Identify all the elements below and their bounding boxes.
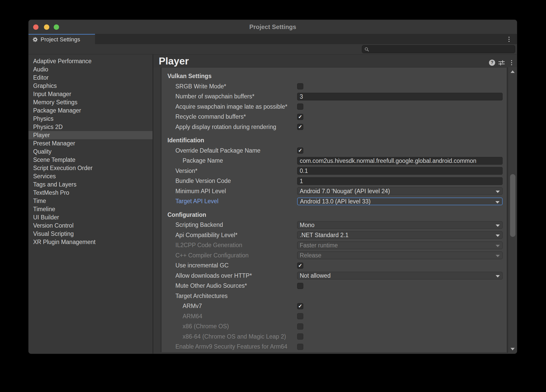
screen: Project Settings Pro (0, 0, 546, 392)
setting-row: Mute Other Audio Sources* (162, 281, 506, 291)
checkbox-checked[interactable]: ✓ (297, 303, 303, 309)
sidebar-item-memory-settings[interactable]: Memory Settings (29, 98, 153, 106)
checkbox-checked[interactable]: ✓ (297, 124, 303, 130)
scrollbar[interactable] (507, 67, 517, 353)
setting-label: SRGB Write Mode* (175, 83, 226, 90)
checkbox[interactable] (297, 283, 303, 289)
sidebar-item-tags-and-layers[interactable]: Tags and Layers (29, 180, 153, 189)
dropdown-value: Mono (300, 222, 315, 228)
setting-row: x86-64 (Chrome OS and Magic Leap 2) (162, 332, 506, 342)
sidebar-item-quality[interactable]: Quality (29, 147, 153, 156)
sidebar-item-textmesh-pro[interactable]: TextMesh Pro (29, 189, 153, 197)
dropdown[interactable]: Android 7.0 'Nougat' (API level 24) (297, 187, 503, 195)
dropdown[interactable]: Android 13.0 (API level 33) (297, 198, 503, 205)
setting-label: Package Name (183, 157, 223, 164)
settings-scrollview: Vulkan SettingsSRGB Write Mode*Number of… (161, 67, 506, 352)
sidebar-item-package-manager[interactable]: Package Manager (29, 106, 153, 115)
dropdown: Faster runtime (297, 241, 503, 249)
sidebar-item-scene-template[interactable]: Scene Template (29, 156, 153, 164)
setting-row: ARMv7✓ (162, 301, 506, 311)
dropdown[interactable]: Not allowed (297, 272, 503, 279)
checkbox[interactable] (297, 104, 303, 110)
titlebar: Project Settings (29, 20, 517, 34)
sidebar-item-player[interactable]: Player (29, 131, 153, 139)
sidebar-item-services[interactable]: Services (29, 172, 153, 180)
panel-menu-icon[interactable] (509, 59, 514, 66)
checkbox-checked[interactable]: ✓ (297, 114, 303, 120)
setting-row: IL2CPP Code GenerationFaster runtime (162, 240, 506, 250)
section-header: Identification (162, 135, 506, 146)
text-field[interactable]: 3 (297, 93, 503, 100)
settings-panel: Player ? Vulkan (153, 54, 517, 354)
sidebar-item-script-execution-order[interactable]: Script Execution Order (29, 164, 153, 172)
sidebar-item-preset-manager[interactable]: Preset Manager (29, 139, 153, 147)
sidebar-item-timeline[interactable]: Timeline (29, 205, 153, 213)
preset-sliders-icon[interactable] (498, 60, 505, 66)
sidebar-item-visual-scripting[interactable]: Visual Scripting (29, 230, 153, 238)
dropdown-value: Not allowed (300, 272, 331, 279)
checkbox-checked[interactable]: ✓ (297, 263, 303, 269)
sidebar-item-audio[interactable]: Audio (29, 65, 153, 73)
setting-label: Version* (175, 167, 197, 174)
setting-label: ARMv7 (183, 303, 202, 310)
help-icon[interactable]: ? (489, 60, 495, 66)
window-menu-icon[interactable] (506, 36, 512, 43)
setting-row: Bundle Version Code1 (162, 176, 506, 186)
toolbar (29, 44, 517, 54)
checkbox (297, 313, 303, 319)
setting-row: Target API LevelAndroid 13.0 (API level … (162, 196, 506, 207)
dropdown-value: .NET Standard 2.1 (300, 232, 349, 238)
sidebar-item-time[interactable]: Time (29, 197, 153, 205)
search-input[interactable] (362, 45, 515, 53)
setting-label: Minimum API Level (175, 188, 226, 195)
setting-label: Scripting Backend (175, 221, 223, 228)
setting-row: SRGB Write Mode* (162, 81, 506, 92)
scroll-up-icon[interactable] (511, 70, 515, 73)
dropdown[interactable]: Mono (297, 221, 503, 229)
sidebar-item-editor[interactable]: Editor (29, 73, 153, 82)
dropdown: Release (297, 251, 503, 259)
setting-row: Override Default Package Name✓ (162, 146, 506, 156)
sidebar-item-input-manager[interactable]: Input Manager (29, 90, 153, 98)
text-field[interactable]: 0.1 (297, 167, 503, 175)
sidebar-item-xr-plugin-management[interactable]: XR Plugin Management (29, 238, 153, 246)
sidebar-item-physics[interactable]: Physics (29, 115, 153, 123)
section-title: Identification (167, 137, 204, 144)
setting-row: Allow downloads over HTTP*Not allowed (162, 271, 506, 281)
checkbox[interactable] (297, 83, 303, 89)
setting-row: Minimum API LevelAndroid 7.0 'Nougat' (A… (162, 186, 506, 197)
setting-row: C++ Compiler ConfigurationRelease (162, 250, 506, 261)
dropdown-value: Release (300, 252, 321, 259)
sidebar-item-graphics[interactable]: Graphics (29, 82, 153, 90)
section-header: Configuration (162, 210, 506, 220)
chevron-down-icon (496, 255, 500, 257)
checkbox (297, 333, 303, 340)
setting-row: ARM64 (162, 311, 506, 322)
panel-header: Player ? (153, 54, 517, 67)
setting-label: Enable Armv9 Security Features for Arm64 (175, 343, 287, 350)
setting-row: Scripting BackendMono (162, 220, 506, 230)
setting-label: Api Compatibility Level* (175, 232, 238, 239)
setting-row: Version*0.1 (162, 166, 506, 176)
checkbox (297, 344, 303, 350)
sidebar-item-adaptive-performance[interactable]: Adaptive Performance (29, 57, 153, 65)
text-field[interactable]: 1 (297, 177, 503, 185)
scrollbar-thumb[interactable] (510, 174, 515, 237)
text-field[interactable]: com.com2us.hivesdk.normal.freefull.googl… (297, 157, 503, 165)
gear-icon (32, 36, 38, 43)
checkbox (297, 323, 303, 330)
sidebar-item-version-control[interactable]: Version Control (29, 221, 153, 230)
setting-row: Acquire swapchain image late as possible… (162, 102, 506, 112)
window-body: Adaptive PerformanceAudioEditorGraphicsI… (29, 54, 517, 354)
scroll-down-icon[interactable] (511, 348, 515, 350)
chevron-down-icon (496, 225, 500, 227)
setting-label: Target Architectures (175, 293, 228, 300)
chevron-down-icon (496, 275, 500, 277)
section-title: Vulkan Settings (167, 73, 212, 80)
tab-project-settings[interactable]: Project Settings (29, 34, 95, 44)
checkbox-checked[interactable]: ✓ (297, 147, 303, 154)
sidebar-item-ui-builder[interactable]: UI Builder (29, 213, 153, 221)
sidebar-item-physics-2d[interactable]: Physics 2D (29, 123, 153, 131)
setting-label: Number of swapchain buffers* (175, 93, 255, 100)
dropdown[interactable]: .NET Standard 2.1 (297, 231, 503, 239)
